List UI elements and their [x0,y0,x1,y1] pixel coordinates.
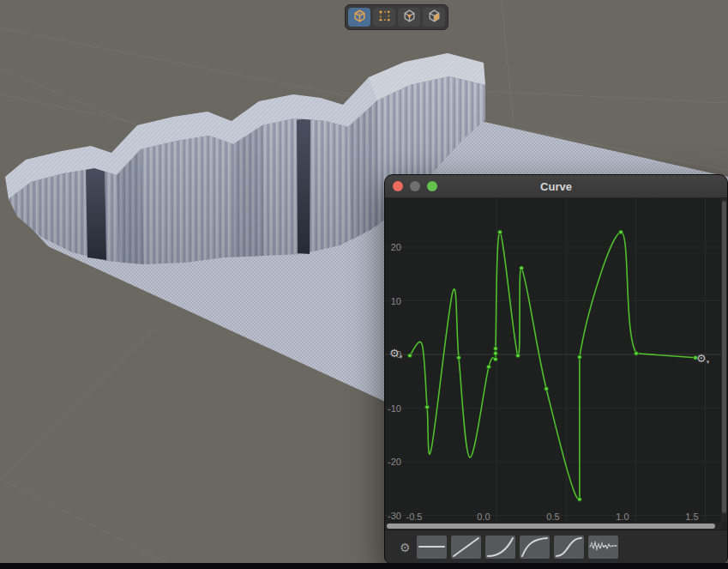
curve-control-point[interactable] [457,355,461,360]
preset-linear-icon [451,536,481,559]
curve-control-point[interactable] [578,355,582,360]
vertical-scrollbar[interactable] [721,198,727,523]
curve-graph[interactable]: 20100-10-20-30-0.50.00.51.01.5 [385,198,721,523]
mesh-groove [86,164,106,260]
preset-noise-icon [588,536,618,559]
window-titlebar[interactable]: Curve [385,175,727,198]
cube-face-mode-button[interactable] [423,8,445,27]
curve-window: Curve 20100-10-20-30-0.50.00.51.01.5 ⚙▾ … [384,174,728,564]
curve-control-point[interactable] [619,230,623,234]
y-tick-label: -10 [388,403,401,414]
curve-control-point[interactable] [498,230,502,234]
curve-control-point[interactable] [487,365,491,369]
curve-control-point[interactable] [494,351,498,355]
y-tick-label: 20 [391,242,401,252]
curve-toolbar: ⚙ [385,530,727,564]
preset-constant-button[interactable] [417,536,447,559]
curve-options-left-button[interactable]: ⚙▾ [389,348,402,362]
y-tick-label: -30 [388,511,401,521]
graph-gridlines [385,198,721,523]
curve-options-right-button[interactable]: ⚙▾ [696,353,709,367]
x-tick-label: 0.0 [477,511,490,522]
dropdown-arrow-icon: ▾ [707,359,710,365]
curve-control-point[interactable] [408,354,412,358]
y-tick-label: -20 [388,457,401,467]
vertical-scrollbar-thumb[interactable] [722,201,726,513]
curve-control-point[interactable] [520,266,524,270]
horizontal-scrollbar-thumb[interactable] [387,524,715,529]
box-selection-mode-button[interactable] [373,8,395,27]
application-viewport: Curve 20100-10-20-30-0.50.00.51.01.5 ⚙▾ … [0,0,728,569]
zoom-button[interactable] [427,181,437,191]
curve-control-point[interactable] [494,357,498,361]
preset-noise-button[interactable] [588,536,618,559]
cube-model-mode-icon [352,9,367,26]
preset-ease-in-button[interactable] [485,536,515,559]
curve-control-point[interactable] [494,347,498,351]
x-tick-label: 1.5 [685,511,698,522]
viewport-toolbar [345,4,448,30]
horizontal-scrollbar[interactable] [385,523,721,530]
dropdown-arrow-icon: ▾ [400,354,403,360]
close-button[interactable] [393,181,403,191]
preset-ease-out-icon [520,536,550,559]
curve-control-point[interactable] [544,387,549,391]
y-tick-label: 10 [391,296,401,306]
curve-control-point[interactable] [635,351,639,355]
preset-linear-button[interactable] [451,536,481,559]
cube-face-mode-icon [427,9,442,26]
cube-model-mode-button[interactable] [348,8,370,27]
x-tick-label: 1.0 [616,511,629,522]
x-tick-label: 0.5 [546,511,559,522]
mesh-groove [297,118,310,254]
cube-point-mode-icon [402,9,417,26]
screen-bottom-edge [0,563,728,569]
preset-constant-icon [417,536,447,559]
traffic-lights [393,181,437,191]
preset-s-curve-button[interactable] [554,536,584,559]
curve-line[interactable] [410,232,695,499]
curve-presets [417,536,618,559]
preset-ease-out-button[interactable] [520,536,550,559]
window-title: Curve [540,180,572,193]
x-tick-label: -0.5 [406,511,423,522]
preset-ease-in-icon [485,536,515,559]
box-selection-mode-icon [377,9,392,26]
curve-control-point[interactable] [516,354,520,358]
curve-control-point[interactable] [578,497,582,501]
cube-point-mode-button[interactable] [398,8,420,27]
mesh-shade-band [233,125,264,257]
curve-plot: 20100-10-20-30-0.50.00.51.01.5 ⚙▾ ⚙▾ [385,198,721,523]
curve-control-point[interactable] [425,405,430,409]
curve-settings-button[interactable]: ⚙ [400,542,411,554]
preset-s-curve-icon [554,536,584,559]
minimize-button[interactable] [410,181,420,191]
